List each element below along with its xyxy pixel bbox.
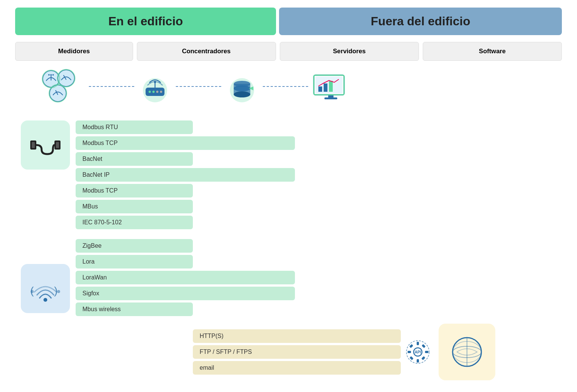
svg-rect-46	[409, 344, 413, 348]
cloud-badges: HTTP(S) FTP / SFTP / FTPS email	[193, 329, 401, 375]
cloud-protocols-row: HTTP(S) FTP / SFTP / FTPS email	[76, 324, 562, 380]
svg-rect-29	[324, 97, 337, 99]
dashed-line-2	[176, 86, 221, 87]
protocol-badge-modbus-rtu: Modbus RTU	[76, 120, 193, 134]
protocol-badge-mbus: MBus	[76, 200, 193, 213]
svg-text:API: API	[414, 350, 421, 354]
svg-rect-43	[417, 359, 419, 363]
spacer-2	[76, 318, 562, 321]
globe-icon-box	[439, 324, 495, 380]
dashed-line-3	[263, 86, 308, 87]
svg-rect-27	[329, 81, 333, 92]
usb-cable-icon	[28, 130, 62, 160]
svg-rect-26	[324, 83, 327, 92]
protocol-badge-iec: IEC 870-5-102	[76, 216, 193, 229]
header-left-title: En el edificio	[15, 14, 276, 28]
col-concentradores-label: Concentradores	[137, 42, 276, 61]
meters-icon: ●●●	[38, 68, 87, 105]
svg-point-35	[43, 298, 47, 302]
col-medidores-label: Medidores	[15, 42, 133, 61]
header-right: Fuera del edificio	[279, 8, 562, 35]
svg-text:): )	[54, 285, 57, 296]
servidor-icon	[223, 69, 261, 103]
svg-rect-44	[408, 351, 411, 353]
col-software-label: Software	[423, 42, 562, 61]
col-labels-row: Medidores Concentradores Servidores Soft…	[15, 42, 562, 61]
spacer-1	[76, 231, 562, 237]
svg-point-16	[156, 91, 158, 93]
svg-point-22	[234, 85, 250, 91]
protocol-badge-email: email	[193, 361, 401, 375]
dashed-line-1	[89, 86, 134, 87]
protocol-badge-sigfox: Sigfox	[76, 287, 295, 300]
header-left: En el edificio	[15, 8, 276, 35]
svg-point-15	[152, 91, 155, 93]
wireless-icon-box: ( )	[21, 264, 70, 313]
wired-icon-box	[21, 120, 70, 170]
svg-rect-25	[318, 86, 322, 92]
main-container: En el edificio Fuera del edificio Medido…	[0, 0, 577, 388]
svg-rect-42	[417, 342, 419, 345]
protocol-badge-mbus-wireless: Mbus wireless	[76, 302, 193, 316]
protocol-badge-https: HTTP(S)	[193, 329, 401, 343]
protocol-badge-modbus-tcp-1: Modbus TCP	[76, 136, 295, 150]
svg-rect-45	[425, 351, 428, 353]
svg-point-17	[160, 91, 162, 93]
svg-rect-32	[32, 142, 35, 148]
protocols-area: ( ) Modbus RTU Modbus TCP BacNet BacNet …	[15, 117, 562, 380]
icons-row: ●●●	[15, 68, 562, 105]
api-gear-icon: API	[406, 340, 430, 364]
api-icon-box: API	[405, 339, 431, 365]
header-right-title: Fuera del edificio	[279, 14, 562, 28]
left-icon-col: ( )	[15, 117, 76, 380]
concentrador-icon	[136, 69, 174, 103]
col-servidores-label: Servidores	[280, 42, 419, 61]
protocol-badge-bacnet: BacNet	[76, 152, 193, 166]
protocol-badge-zigbee: ZigBee	[76, 239, 193, 253]
svg-point-13	[154, 81, 156, 83]
protocols-col: Modbus RTU Modbus TCP BacNet BacNet IP M…	[76, 117, 562, 380]
protocol-badge-ftp: FTP / SFTP / FTPS	[193, 345, 401, 359]
protocol-badge-modbus-tcp-2: Modbus TCP	[76, 184, 193, 198]
svg-rect-49	[421, 356, 425, 360]
software-icon	[310, 69, 352, 103]
svg-rect-48	[409, 356, 414, 360]
svg-text:(: (	[30, 285, 34, 296]
header-row: En el edificio Fuera del edificio	[15, 8, 562, 35]
wireless-icon: ( )	[28, 273, 62, 304]
protocol-badge-bacnet-ip: BacNet IP	[76, 168, 295, 182]
globe-icon	[446, 331, 488, 373]
svg-point-21	[234, 91, 250, 97]
svg-rect-34	[56, 142, 59, 148]
svg-point-14	[149, 91, 151, 93]
svg-rect-47	[422, 344, 426, 348]
protocol-badge-lorawan: LoraWan	[76, 271, 295, 284]
protocol-badge-lora: Lora	[76, 255, 193, 269]
